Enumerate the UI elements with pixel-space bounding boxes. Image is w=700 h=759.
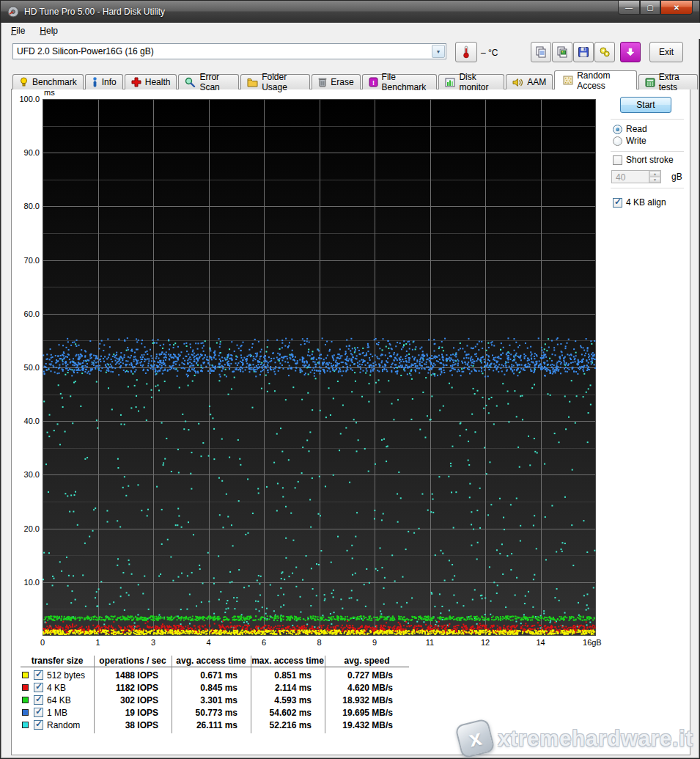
speed-value: 19.432 MB/s — [325, 720, 393, 730]
series-color-swatch — [22, 672, 29, 678]
y-tick-label: 40.0 — [15, 417, 40, 425]
tab-benchmark[interactable]: Benchmark — [12, 74, 84, 89]
table-header: avg. speed — [325, 656, 409, 666]
drive-selector[interactable]: UFD 2.0 Silicon-Power16G (16 gB) ▼ — [12, 43, 446, 59]
transfer-size-label: 64 KB — [47, 695, 71, 705]
tab-strip: BenchmarkInfoHealthError ScanFolder Usag… — [12, 70, 699, 89]
series-visibility-checkbox[interactable] — [34, 683, 43, 692]
tab-label: File Benchmark — [382, 72, 431, 92]
temperature-button[interactable] — [455, 42, 477, 62]
tab-file-benchmark[interactable]: !File Benchmark — [362, 74, 438, 89]
table-header: operations / sec — [94, 656, 172, 666]
series-visibility-checkbox[interactable] — [34, 720, 43, 730]
series-color-swatch — [22, 722, 29, 728]
series-visibility-checkbox[interactable] — [34, 695, 43, 705]
transfer-size-label: 4 KB — [47, 683, 66, 693]
write-radio[interactable] — [613, 136, 622, 146]
read-label: Read — [626, 124, 647, 134]
minimize-button[interactable]: — — [618, 1, 640, 15]
tab-label: Disk monitor — [459, 72, 498, 92]
speed-value: 4.620 MB/s — [325, 683, 393, 693]
table-row: Random38 IOPS26.111 ms52.216 ms19.432 MB… — [1, 719, 411, 732]
ops-value: 302 IOPS — [94, 695, 158, 705]
x-tick-label: 14 — [536, 638, 545, 647]
short-stroke-option[interactable]: Short stroke — [613, 155, 674, 165]
y-tick-label: 70.0 — [15, 256, 40, 265]
copy-text-button[interactable] — [531, 42, 551, 62]
tab-error-scan[interactable]: Error Scan — [178, 74, 239, 89]
toolbar: UFD 2.0 Silicon-Power16G (16 gB) ▼ – °C — [1, 39, 700, 70]
y-tick-label: 20.0 — [15, 524, 40, 533]
series-color-swatch — [22, 697, 29, 703]
download-button[interactable] — [620, 42, 641, 62]
menu-help[interactable]: Help — [34, 23, 63, 38]
stroke-size-unit-label: gB — [671, 172, 682, 182]
stepper-down-icon[interactable]: ▼ — [649, 177, 660, 183]
exit-button[interactable]: Exit — [649, 42, 683, 62]
read-radio[interactable] — [613, 125, 622, 134]
options-button[interactable] — [594, 42, 615, 62]
short-stroke-label: Short stroke — [626, 155, 674, 165]
max-value: 2.114 ms — [251, 683, 312, 693]
transfer-size-label: 512 bytes — [47, 670, 85, 681]
info-icon — [92, 77, 98, 87]
separator — [611, 119, 684, 120]
kb-align-label: 4 KB align — [626, 197, 666, 208]
x-tick-label: 1 — [95, 638, 100, 647]
x-tick-label: 4 — [206, 638, 210, 647]
kb-align-checkbox[interactable] — [613, 198, 622, 208]
y-tick-label: 90.0 — [15, 148, 40, 157]
tab-health[interactable]: Health — [125, 74, 177, 89]
copy-image-button[interactable] — [552, 42, 572, 62]
tab-label: AAM — [527, 77, 546, 87]
max-value: 0.851 ms — [251, 670, 312, 681]
y-tick-label: 80.0 — [15, 202, 40, 210]
speed-value: 0.727 MB/s — [325, 670, 393, 681]
tab-random-access[interactable]: Random Access — [554, 70, 636, 89]
series-visibility-checkbox[interactable] — [34, 670, 43, 680]
menu-file[interactable]: File — [6, 23, 30, 38]
start-button[interactable]: Start — [620, 97, 671, 113]
file-benchmark-icon: ! — [369, 77, 378, 87]
maximize-button[interactable]: ▢ — [640, 1, 660, 15]
y-tick-label: 50.0 — [15, 363, 40, 372]
avg-value: 0.671 ms — [172, 670, 237, 681]
tab-label: Erase — [331, 77, 353, 87]
window-title: HD Tune Pro 5.00 - Hard Disk Utility — [24, 7, 165, 17]
y-tick-label: 10.0 — [15, 578, 40, 587]
stroke-size-stepper[interactable]: 40 ▲ ▼ — [611, 170, 661, 183]
x-tick-label: 16gB — [583, 638, 602, 647]
table-header: transfer size — [21, 656, 94, 666]
stepper-up-icon[interactable]: ▲ — [649, 171, 660, 177]
tab-aam[interactable]: AAM — [506, 74, 553, 89]
disk-monitor-icon — [445, 78, 455, 87]
max-value: 52.216 ms — [251, 720, 312, 730]
benchmark-icon — [19, 77, 29, 87]
tab-info[interactable]: Info — [85, 74, 123, 89]
close-button[interactable]: ✕ — [660, 1, 693, 15]
temperature-label: – °C — [481, 48, 498, 58]
transfer-size-label: 1 MB — [47, 708, 67, 718]
options-gears-icon — [599, 46, 611, 58]
avg-value: 50.773 ms — [172, 708, 237, 718]
tab-folder-usage[interactable]: Folder Usage — [240, 74, 310, 89]
avg-value: 26.111 ms — [172, 720, 237, 730]
ops-value: 38 IOPS — [94, 720, 158, 730]
save-button[interactable] — [573, 42, 594, 62]
table-row: 64 KB302 IOPS3.301 ms4.593 ms18.932 MB/s — [1, 694, 411, 707]
table-row: 4 KB1182 IOPS0.845 ms2.114 ms4.620 MB/s — [1, 682, 411, 694]
tab-erase[interactable]: Erase — [312, 74, 360, 89]
download-arrow-icon — [625, 47, 635, 57]
copy-text-icon — [535, 46, 547, 58]
tab-extra-tests[interactable]: Extra tests — [638, 74, 698, 89]
stroke-size-value: 40 — [612, 171, 649, 183]
series-visibility-checkbox[interactable] — [34, 708, 43, 717]
x-tick-label: 6 — [262, 638, 266, 647]
write-option[interactable]: Write — [613, 136, 646, 146]
kb-align-option[interactable]: 4 KB align — [613, 197, 666, 208]
tab-disk-monitor[interactable]: Disk monitor — [438, 74, 504, 89]
short-stroke-checkbox[interactable] — [613, 155, 622, 165]
drive-selector-value: UFD 2.0 Silicon-Power16G (16 gB) — [13, 46, 432, 56]
separator — [611, 188, 684, 188]
read-option[interactable]: Read — [613, 124, 647, 134]
